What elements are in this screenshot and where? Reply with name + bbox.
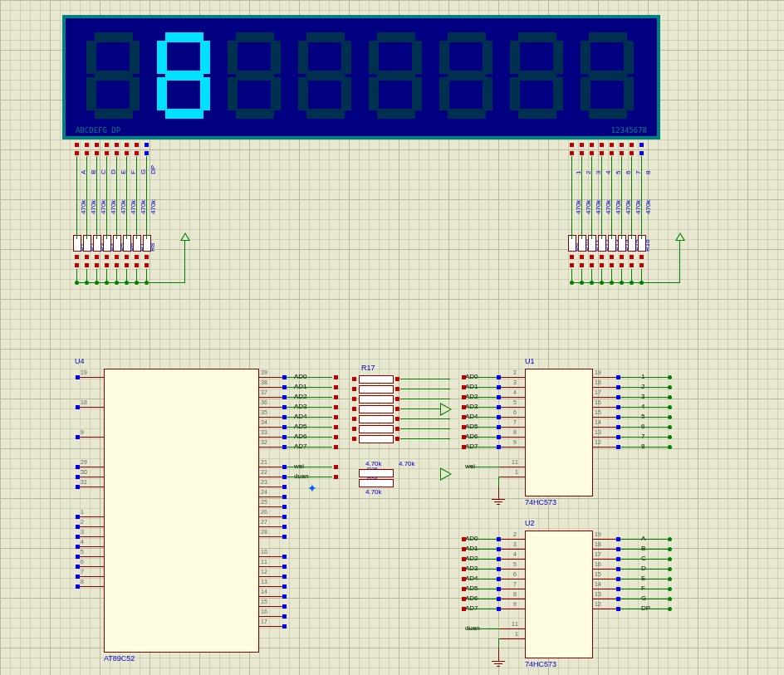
digit — [226, 31, 284, 122]
display-pin[interactable] — [639, 143, 644, 147]
display-pin[interactable] — [639, 151, 644, 155]
seven-segment-display[interactable]: ABCDEFG DP 12345678 — [62, 15, 660, 139]
digit — [508, 31, 566, 122]
pin-number: 18 — [81, 399, 87, 405]
display-pin[interactable] — [570, 143, 574, 147]
u1-ref: U1 — [525, 357, 535, 365]
display-seg-label: ABCDEFG DP — [76, 126, 120, 135]
pin-terminal[interactable] — [282, 624, 287, 629]
display-pin[interactable] — [125, 143, 129, 147]
digit — [579, 31, 637, 122]
display-pin[interactable] — [600, 143, 604, 147]
display-pin[interactable] — [600, 151, 604, 155]
pin-terminal[interactable] — [76, 545, 80, 549]
display-pin[interactable] — [135, 151, 139, 155]
u1-chip[interactable] — [525, 369, 593, 496]
display-pin[interactable] — [590, 143, 594, 147]
pin-terminal[interactable] — [282, 475, 287, 479]
pin-terminal[interactable] — [282, 465, 287, 469]
resistor[interactable] — [359, 405, 394, 413]
r17-value2: 4.70k — [399, 460, 415, 467]
pin-net-label: 8 — [644, 171, 652, 174]
pin-terminal[interactable] — [282, 385, 287, 389]
pin-terminal[interactable] — [282, 505, 287, 509]
resistor[interactable] — [359, 415, 394, 423]
u4-part: AT89C52 — [104, 654, 135, 663]
resistor[interactable] — [359, 375, 394, 384]
pin-terminal[interactable] — [282, 395, 287, 399]
display-pin[interactable] — [95, 151, 99, 155]
display-pin[interactable] — [630, 151, 634, 155]
pin-number: 9 — [81, 429, 84, 435]
r26-resistor[interactable] — [359, 479, 394, 487]
pin-terminal[interactable] — [282, 405, 287, 409]
pin-terminal[interactable] — [76, 535, 80, 539]
pin-terminal[interactable] — [76, 485, 80, 489]
display-pin[interactable] — [105, 151, 109, 155]
display-pin[interactable] — [610, 151, 614, 155]
display-pin[interactable] — [95, 143, 99, 147]
display-pin[interactable] — [115, 143, 119, 147]
r25-value: 4.70k — [365, 488, 382, 496]
resistor[interactable] — [359, 425, 394, 433]
pin-terminal[interactable] — [76, 575, 80, 579]
display-pin[interactable] — [590, 151, 594, 155]
r25-resistor[interactable] — [359, 469, 394, 477]
digit — [367, 31, 425, 122]
pin-terminal[interactable] — [76, 435, 80, 439]
pin-terminal[interactable] — [76, 525, 80, 529]
pin-terminal[interactable] — [76, 515, 80, 519]
display-pin[interactable] — [85, 151, 89, 155]
pin-terminal[interactable] — [282, 525, 287, 529]
display-pin[interactable] — [105, 143, 109, 147]
display-pin[interactable] — [610, 143, 614, 147]
display-pin[interactable] — [75, 143, 79, 147]
resistor[interactable] — [359, 385, 394, 394]
pin-terminal[interactable] — [282, 565, 287, 569]
display-pin[interactable] — [620, 151, 624, 155]
pin-terminal[interactable] — [282, 594, 287, 599]
pin-terminal[interactable] — [282, 445, 287, 449]
u2-part: 74HC573 — [525, 660, 556, 668]
pin-terminal[interactable] — [76, 405, 80, 409]
pin-terminal[interactable] — [282, 604, 287, 609]
display-pin[interactable] — [630, 143, 634, 147]
u4-chip[interactable] — [104, 369, 259, 653]
display-pin[interactable] — [570, 151, 574, 155]
pin-terminal[interactable] — [282, 585, 287, 589]
display-pin[interactable] — [145, 143, 149, 147]
resistor[interactable] — [359, 435, 394, 443]
digit — [296, 31, 355, 122]
pin-terminal[interactable] — [76, 565, 80, 569]
display-pin[interactable] — [85, 143, 89, 147]
pin-terminal[interactable] — [282, 435, 287, 439]
pin-terminal[interactable] — [282, 425, 287, 429]
pin-terminal[interactable] — [76, 555, 80, 559]
pin-terminal[interactable] — [76, 375, 80, 379]
display-pin[interactable] — [125, 151, 129, 155]
buffer-icon — [440, 403, 452, 416]
display-pin[interactable] — [135, 143, 139, 147]
pin-terminal[interactable] — [76, 585, 80, 589]
pin-terminal[interactable] — [282, 485, 287, 489]
pin-terminal[interactable] — [76, 475, 80, 479]
pin-terminal[interactable] — [282, 415, 287, 419]
display-pin[interactable] — [75, 151, 79, 155]
pin-terminal[interactable] — [282, 614, 287, 619]
u2-chip[interactable] — [525, 531, 593, 658]
resistor-value: 470k — [644, 200, 652, 214]
display-pin[interactable] — [580, 143, 584, 147]
pin-terminal[interactable] — [282, 495, 287, 499]
pin-terminal[interactable] — [282, 535, 287, 539]
pin-terminal[interactable] — [76, 465, 80, 469]
pin-terminal[interactable] — [282, 575, 287, 579]
display-pin[interactable] — [145, 151, 149, 155]
display-pin[interactable] — [620, 143, 624, 147]
pin-terminal[interactable] — [282, 555, 287, 559]
digit — [438, 31, 496, 122]
pin-terminal[interactable] — [282, 375, 287, 379]
display-pin[interactable] — [115, 151, 119, 155]
pin-terminal[interactable] — [282, 515, 287, 519]
resistor[interactable] — [359, 395, 394, 404]
display-pin[interactable] — [580, 151, 584, 155]
